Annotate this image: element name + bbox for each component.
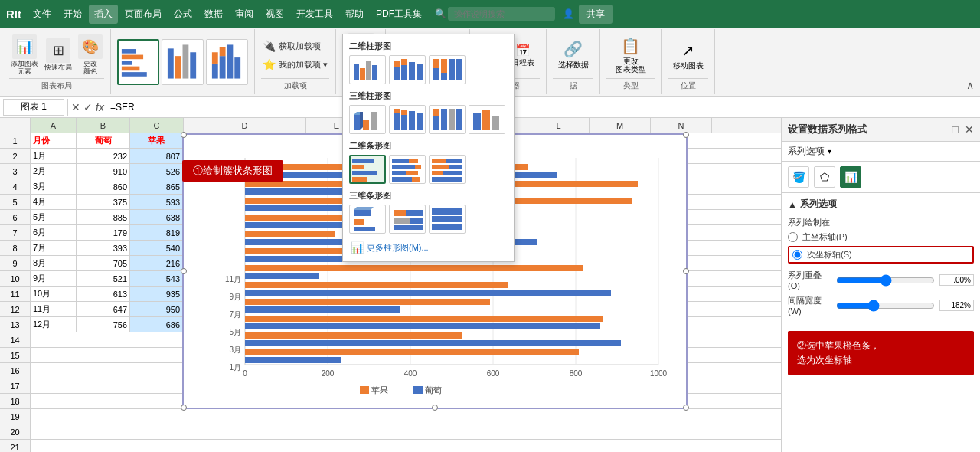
shape-options-btn[interactable]: ⬠ <box>814 166 835 188</box>
gap-width-slider[interactable] <box>836 300 935 311</box>
secondary-axis-radio[interactable] <box>792 250 802 260</box>
ribbon-collapse-btn[interactable]: ∧ <box>963 29 977 94</box>
menu-developer[interactable]: 开发工具 <box>291 5 338 24</box>
cell-a9[interactable]: 8月 <box>31 256 77 271</box>
cell-a7[interactable]: 6月 <box>31 225 77 241</box>
cell-b2[interactable]: 232 <box>77 149 130 164</box>
100-stacked-column-btn[interactable] <box>429 55 466 84</box>
cell-a4[interactable]: 3月 <box>31 179 77 195</box>
chart-options-btn[interactable]: 📊 <box>840 166 861 188</box>
cell-c1[interactable]: 苹果 <box>130 133 184 149</box>
timeline-btn[interactable]: 📅 日程表 <box>511 43 534 68</box>
menu-review[interactable]: 审阅 <box>230 5 259 24</box>
cell-a1[interactable]: 月份 <box>31 133 77 149</box>
formula-input[interactable] <box>107 102 977 113</box>
move-chart-btn[interactable]: ↗ 移动图表 <box>668 32 708 78</box>
cell-c4[interactable]: 865 <box>130 179 184 195</box>
my-addins-btn[interactable]: ⭐ 我的加载项 ▾ <box>261 57 329 72</box>
gap-width-value[interactable] <box>939 300 974 311</box>
menu-insert[interactable]: 插入 <box>89 5 118 24</box>
stacked-bar-btn[interactable] <box>389 155 426 184</box>
cell-a11[interactable]: 10月 <box>31 287 77 302</box>
3d-bar-btn-3[interactable] <box>429 205 466 234</box>
series-overlap-value[interactable] <box>939 274 974 286</box>
quick-layout-btn[interactable]: ⊞ 快速布局 <box>43 37 74 74</box>
menu-formulas[interactable]: 公式 <box>168 5 198 24</box>
get-addins-btn[interactable]: 🔌 获取加载项 <box>261 38 329 54</box>
clustered-column-btn[interactable] <box>349 55 386 84</box>
select-data-btn[interactable]: 🔗 选择数据 <box>553 32 593 78</box>
cell-b1[interactable]: 葡萄 <box>77 133 130 149</box>
add-chart-element-btn[interactable]: 📊 添加图表元素 <box>9 33 40 77</box>
tab-dropdown-icon[interactable]: ▾ <box>828 147 831 156</box>
fill-options-btn[interactable]: 🪣 <box>788 166 809 188</box>
3d-bar-btn-1[interactable] <box>349 205 386 234</box>
3d-bar-btn-2[interactable] <box>389 205 426 234</box>
stacked-column-btn[interactable] <box>389 55 426 84</box>
clustered-bar-btn[interactable] <box>349 155 386 184</box>
menu-file[interactable]: 文件 <box>28 5 57 24</box>
series-options-tab[interactable]: 系列选项 <box>788 145 825 158</box>
cell-b10[interactable]: 521 <box>77 271 130 287</box>
cell-c2[interactable]: 807 <box>130 149 184 164</box>
cell-c12[interactable]: 950 <box>130 302 184 317</box>
search-input[interactable] <box>448 7 555 21</box>
cell-b8[interactable]: 393 <box>77 241 130 256</box>
3d-col-btn-1[interactable] <box>349 105 386 134</box>
insert-function-icon[interactable]: fx <box>96 101 104 113</box>
100-stacked-bar-btn[interactable] <box>429 155 466 184</box>
svg-rect-125 <box>432 208 462 215</box>
menu-help[interactable]: 帮助 <box>340 5 369 24</box>
cell-a5[interactable]: 4月 <box>31 195 77 210</box>
chart-style-2[interactable] <box>162 39 204 85</box>
cell-a10[interactable]: 9月 <box>31 271 77 287</box>
more-column-charts-btn[interactable]: 📊 更多柱形图(M)... <box>349 240 508 255</box>
cell-b11[interactable]: 613 <box>77 287 130 302</box>
gap-width-label: 间隔宽度(W) <box>788 295 831 316</box>
chart-style-1[interactable] <box>117 39 159 85</box>
confirm-formula-icon[interactable]: ✓ <box>83 101 93 113</box>
cell-c5[interactable]: 593 <box>130 195 184 210</box>
share-button[interactable]: 共享 <box>579 5 612 24</box>
cell-a2[interactable]: 1月 <box>31 149 77 164</box>
cell-a13[interactable]: 12月 <box>31 317 77 332</box>
cell-a12[interactable]: 11月 <box>31 302 77 317</box>
cell-c8[interactable]: 540 <box>130 241 184 256</box>
cell-b13[interactable]: 756 <box>77 317 130 332</box>
cell-b12[interactable]: 647 <box>77 302 130 317</box>
menu-view[interactable]: 视图 <box>260 5 289 24</box>
menu-page-layout[interactable]: 页面布局 <box>119 5 167 24</box>
menu-pdf[interactable]: PDF工具集 <box>371 5 427 24</box>
panel-close-icon[interactable]: ✕ <box>965 123 974 136</box>
change-color-btn[interactable]: 🎨 更改颜色 <box>77 33 104 77</box>
panel-expand-icon[interactable]: □ <box>952 123 959 136</box>
primary-axis-radio[interactable] <box>788 232 798 242</box>
3d-col-btn-3[interactable] <box>429 105 466 134</box>
cell-c7[interactable]: 819 <box>130 225 184 241</box>
cell-a8[interactable]: 7月 <box>31 241 77 256</box>
cell-c13[interactable]: 686 <box>130 317 184 332</box>
cell-c9[interactable]: 216 <box>130 256 184 271</box>
cell-c11[interactable]: 935 <box>130 287 184 302</box>
name-box[interactable] <box>3 99 64 116</box>
3d-col-btn-4[interactable] <box>469 105 505 134</box>
cell-b3[interactable]: 910 <box>77 164 130 179</box>
cell-c10[interactable]: 543 <box>130 271 184 287</box>
menu-home[interactable]: 开始 <box>58 5 87 24</box>
3d-col-btn-2[interactable] <box>389 105 426 134</box>
cell-b4[interactable]: 860 <box>77 179 130 195</box>
cell-b5[interactable]: 375 <box>77 195 130 210</box>
chart-style-3[interactable] <box>206 39 248 85</box>
menu-data[interactable]: 数据 <box>199 5 228 24</box>
series-overlap-slider[interactable] <box>836 275 935 286</box>
cancel-formula-icon[interactable]: ✕ <box>71 101 80 113</box>
series-options-toggle[interactable]: ▲ <box>788 199 797 210</box>
cell-a3[interactable]: 2月 <box>31 164 77 179</box>
cell-b7[interactable]: 179 <box>77 225 130 241</box>
cell-c6[interactable]: 638 <box>130 210 184 225</box>
cell-b6[interactable]: 885 <box>77 210 130 225</box>
cell-b9[interactable]: 705 <box>77 256 130 271</box>
change-chart-type-btn[interactable]: 📋 更改图表类型 <box>606 32 655 78</box>
cell-c3[interactable]: 526 <box>130 164 184 179</box>
cell-a6[interactable]: 5月 <box>31 210 77 225</box>
